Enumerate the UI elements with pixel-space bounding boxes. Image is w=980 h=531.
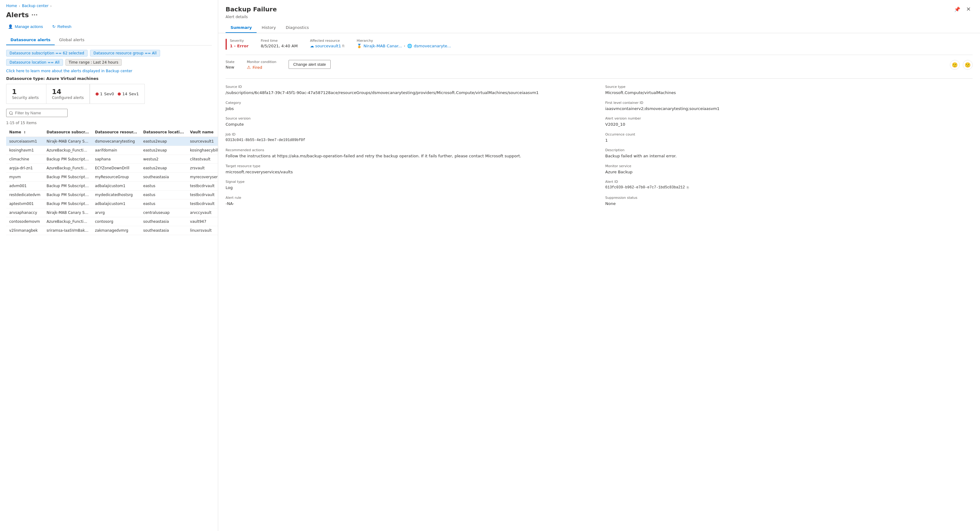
change-alert-state-button[interactable]: Change alert state bbox=[289, 60, 330, 69]
first-level-container-value: iaasvmcontainerv2;dsmovecanarytesting;so… bbox=[605, 106, 973, 112]
thumbs-down-button[interactable]: 🙁 bbox=[963, 60, 973, 70]
alert-cards-container: 1 Security alerts 14 Configured alerts 1… bbox=[6, 84, 212, 104]
col-name[interactable]: Name ↕ bbox=[6, 127, 43, 137]
items-count: 1-15 of 15 items bbox=[6, 121, 212, 125]
tab-datasource[interactable]: Datasource alerts bbox=[6, 35, 55, 45]
monitor-condition-label: Monitor condition bbox=[247, 60, 276, 64]
breadcrumb-sep2: › bbox=[50, 4, 52, 8]
sev0-dot bbox=[95, 92, 99, 95]
cell-sub: AzureBackup_Function... bbox=[43, 146, 92, 155]
severity-label: Severity bbox=[230, 39, 248, 43]
table-row[interactable]: climachineBackup PM Subscriptionsaphanaw… bbox=[6, 155, 218, 164]
table-row[interactable]: contosodemovmAzureBackup_Function...cont… bbox=[6, 217, 218, 226]
toolbar: 👤 Manage actions ↻ Refresh bbox=[6, 23, 212, 30]
filter-by-name-input[interactable] bbox=[6, 109, 68, 117]
severity-value: 1 - Error bbox=[230, 44, 248, 48]
manage-actions-button[interactable]: 👤 Manage actions bbox=[6, 23, 45, 30]
main-tabs: Datasource alerts Global alerts bbox=[6, 35, 212, 46]
pin-button[interactable]: 📌 bbox=[954, 6, 960, 12]
refresh-icon: ↻ bbox=[52, 24, 56, 29]
cell-sub: Nirajk-MAB Canary Su... bbox=[43, 137, 92, 146]
alert-id-value: 613fc039-b962-e7b0-e7c7-1bd5c83ba212 bbox=[605, 185, 685, 190]
filter-bar: Datasource subscription == 62 selected D… bbox=[6, 50, 212, 66]
cell-sub: Backup PM Subscription bbox=[43, 173, 92, 181]
cell-vault: kosinghaecybilltestin bbox=[187, 146, 218, 155]
sev1-badge: 14 Sev1 bbox=[118, 92, 139, 96]
state-row: State New Monitor condition ⚠ Fired Chan… bbox=[226, 60, 973, 79]
alert-rule-value: -NA- bbox=[226, 201, 593, 207]
affected-resource-link[interactable]: sourcevault1 bbox=[315, 44, 341, 48]
filter-chip-time[interactable]: Time range : Last 24 hours bbox=[65, 59, 122, 66]
filter-chip-location[interactable]: Datasource location == All bbox=[6, 59, 63, 66]
table-row[interactable]: myvmBackup PM SubscriptionmyResourceGrou… bbox=[6, 173, 218, 181]
breadcrumb-home[interactable]: Home bbox=[6, 4, 17, 8]
table-row[interactable]: aptestvm001Backup PM Subscriptionadbalaj… bbox=[6, 199, 218, 208]
source-type-value: Microsoft.Compute/virtualMachines bbox=[605, 90, 973, 96]
info-link[interactable]: Click here to learn more about the alert… bbox=[6, 69, 212, 73]
tab-global[interactable]: Global alerts bbox=[55, 35, 89, 45]
sev0-badge: 1 Sev0 bbox=[95, 92, 114, 96]
cell-name: aptestvm001 bbox=[6, 199, 43, 208]
recommended-actions-field: Recommended actions Follow the instructi… bbox=[226, 148, 593, 159]
hierarchy-sep: › bbox=[404, 44, 405, 48]
sev0-label: Sev0 bbox=[104, 92, 114, 96]
thumbs-up-button[interactable]: 🙂 bbox=[950, 60, 960, 70]
filter-chip-subscription[interactable]: Datasource subscription == 62 selected bbox=[6, 50, 88, 57]
table-row[interactable]: arvsaphanaccyNirajk-MAB Canary Su...arvr… bbox=[6, 208, 218, 217]
cell-name: arvsaphanaccy bbox=[6, 208, 43, 217]
cell-vault: vault947 bbox=[187, 217, 218, 226]
col-loc[interactable]: Datasource locati... bbox=[140, 127, 187, 137]
col-vault[interactable]: Vault name bbox=[187, 127, 218, 137]
page-title-more[interactable]: ··· bbox=[31, 12, 38, 18]
cell-name: sourceiaasvm1 bbox=[6, 137, 43, 146]
recommended-actions-value: Follow the instructions at https://aka.m… bbox=[226, 153, 593, 159]
severity-field: Severity 1 - Error bbox=[226, 39, 248, 50]
cloud-icon: ☁ bbox=[310, 44, 314, 48]
hierarchy-item1[interactable]: Nirajk-MAB Canar... bbox=[364, 44, 402, 48]
change-state-field: Change alert state bbox=[289, 60, 330, 69]
signal-type-value: Log bbox=[226, 185, 593, 191]
table-row[interactable]: restdedicatedvmBackup PM Subscriptionmyd… bbox=[6, 191, 218, 199]
monitor-condition-value: ⚠ Fired bbox=[247, 65, 276, 70]
cell-sub: Backup PM Subscription bbox=[43, 191, 92, 199]
right-content: Severity 1 - Error Fired time 8/5/2021, … bbox=[218, 33, 980, 531]
table-row[interactable]: arpja-drl-zn1AzureBackup_Function...ECYZ… bbox=[6, 164, 218, 173]
table-row[interactable]: sourceiaasvm1Nirajk-MAB Canary Su...dsmo… bbox=[6, 137, 218, 146]
filter-chip-rg[interactable]: Datasource resource group == All bbox=[90, 50, 160, 57]
security-alerts-card[interactable]: 1 Security alerts bbox=[6, 84, 46, 104]
cell-sub: Nirajk-MAB Canary Su... bbox=[43, 208, 92, 217]
col-sub[interactable]: Datasource subscr... bbox=[43, 127, 92, 137]
breadcrumb-backup-center[interactable]: Backup center bbox=[22, 4, 48, 8]
cell-rg: adbalajicustom1 bbox=[92, 181, 140, 191]
copy-resource-icon[interactable]: ⎘ bbox=[342, 44, 345, 48]
first-level-container-label: First level container ID bbox=[605, 101, 973, 105]
col-rg[interactable]: Datasource resour... bbox=[92, 127, 140, 137]
detail-tab-diagnostics[interactable]: Diagnostics bbox=[281, 23, 314, 33]
table-row[interactable]: v2linmanagbeksriramsa-IaaSVmBaku...zakma… bbox=[6, 226, 218, 235]
cell-rg: myResourceGroup bbox=[92, 173, 140, 181]
detail-tab-history[interactable]: History bbox=[256, 23, 281, 33]
copy-alert-id-icon[interactable]: ⎘ bbox=[687, 186, 689, 189]
description-label: Description bbox=[605, 148, 973, 152]
table-row[interactable]: advm001Backup PM Subscriptionadbalajicus… bbox=[6, 181, 218, 191]
hierarchy-item2[interactable]: dsmovecanaryte... bbox=[414, 44, 451, 48]
cell-vault: testbcdrvault bbox=[187, 199, 218, 208]
page-title: Alerts ··· bbox=[6, 11, 212, 19]
refresh-button[interactable]: ↻ Refresh bbox=[50, 23, 73, 30]
close-button[interactable]: ✕ bbox=[964, 5, 973, 14]
cell-rg: dsmovecanarytesting bbox=[92, 137, 140, 146]
target-resource-type-field: Target resource type microsoft.recoverys… bbox=[226, 164, 593, 175]
configured-alerts-card[interactable]: 14 Configured alerts bbox=[46, 84, 90, 104]
sev1-dot bbox=[118, 92, 121, 95]
description-value: Backup failed with an internal error. bbox=[605, 153, 973, 159]
category-value: Jobs bbox=[226, 106, 593, 112]
table-row[interactable]: kosinghavm1AzureBackup_Function...aarifd… bbox=[6, 146, 218, 155]
detail-tab-summary[interactable]: Summary bbox=[226, 23, 256, 33]
first-level-container-field: First level container ID iaasvmcontainer… bbox=[605, 101, 973, 112]
cell-rg: zakmanagedvmrg bbox=[92, 226, 140, 235]
datasource-type-label: Datasource type: Azure Virtual machines bbox=[6, 76, 212, 81]
cell-rg: aarifdomain bbox=[92, 146, 140, 155]
cell-name: kosinghavm1 bbox=[6, 146, 43, 155]
cell-name: contosodemovm bbox=[6, 217, 43, 226]
hierarchy-chain: 🏅 Nirajk-MAB Canar... › 🌐 dsmovecanaryte… bbox=[357, 44, 973, 48]
